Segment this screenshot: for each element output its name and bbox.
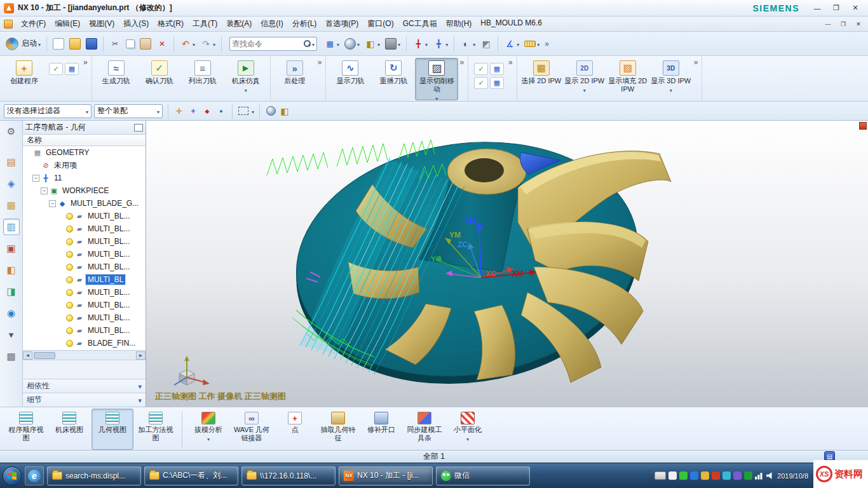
ribbon-button-postprocess[interactable]: 后处理 [273, 58, 316, 86]
tree-expander-icon[interactable] [32, 175, 39, 182]
impeller-model-canvas[interactable]: ZM YM ZC YC XC XM [146, 121, 868, 407]
tree-expander-icon[interactable] [41, 187, 48, 194]
panel-float-button[interactable] [134, 124, 143, 132]
visibility-bulb-icon[interactable] [66, 289, 73, 296]
view-button-facet[interactable]: 小平面化 [447, 409, 489, 450]
save-button[interactable] [84, 36, 99, 51]
visibility-bulb-icon[interactable] [66, 213, 73, 220]
tree-row[interactable]: MULTI_BL... [23, 210, 146, 222]
snap-point-icon[interactable] [173, 105, 185, 117]
new-file-button[interactable] [51, 36, 66, 51]
tray-app-icon-4[interactable] [701, 471, 709, 480]
tree-node-label[interactable]: MULTI_BL... [86, 224, 132, 234]
measure-button[interactable] [502, 36, 521, 51]
taskbar-window-nx[interactable]: NX 10 - 加工 - [ji... [339, 466, 433, 485]
tree-expander-icon[interactable] [49, 200, 56, 207]
copy-button[interactable] [124, 37, 137, 50]
column-header-name[interactable]: 名称 [23, 135, 146, 146]
tree-row[interactable]: MULTI_BL... [23, 261, 146, 273]
tree-node-label[interactable]: MULTI_BL... [86, 211, 132, 221]
small-tool-button[interactable] [474, 77, 488, 89]
tray-date[interactable]: 2019/10/8 [777, 472, 808, 480]
taskbar-window-wechat[interactable]: 微信 [436, 466, 530, 485]
rectangle-select-button[interactable] [238, 105, 249, 117]
tree-horizontal-scrollbar[interactable]: ◄ ► [23, 351, 146, 360]
point-snap-icon[interactable] [187, 105, 199, 117]
menu-item-2[interactable]: 编辑(E) [50, 17, 85, 31]
minimize-button[interactable] [808, 3, 826, 14]
tree-node-label[interactable]: MULTI_BL... [86, 249, 132, 259]
csys-button[interactable] [431, 36, 450, 51]
tree-row[interactable]: MULTI_BL... [23, 311, 146, 324]
visibility-bulb-icon[interactable] [66, 302, 73, 309]
tray-app-icon-2[interactable] [679, 471, 688, 480]
start-menu-button[interactable]: 启动 [4, 36, 43, 52]
menu-item-8[interactable]: 信息(I) [256, 17, 287, 31]
tree-node-label[interactable]: MULTI_BL... [86, 287, 132, 297]
tray-app-icon-8[interactable] [744, 471, 752, 480]
menu-item-9[interactable]: 分析(L) [288, 17, 322, 31]
tray-app-icon-6[interactable] [722, 471, 731, 480]
tree-row[interactable]: BLADE_FIN... [23, 337, 146, 349]
small-tool-button[interactable] [49, 63, 63, 75]
window-layout-button[interactable] [322, 36, 341, 51]
view-cube-button[interactable] [279, 105, 290, 117]
visibility-bulb-icon[interactable] [66, 264, 73, 271]
taskbar-window-folder[interactable]: C:\ABC\一看、刘... [144, 466, 238, 485]
selection-scope-dropdown[interactable]: 整个装配 [94, 104, 163, 118]
shaded-display-button[interactable] [342, 36, 362, 51]
tree-node-label[interactable]: MULTI_BL... [86, 300, 132, 310]
tree-node-label[interactable]: MULTI_BL [86, 274, 125, 285]
tree-row[interactable]: MULTI_BLADE_G... [23, 197, 146, 210]
scroll-left-arrow-icon[interactable]: ◄ [23, 351, 32, 360]
assembly-navigator-icon[interactable]: ▤ [3, 154, 20, 170]
ribbon-button-cut-moves[interactable]: 显示切削移动 [415, 58, 458, 100]
orient-view-button[interactable] [363, 36, 382, 51]
ribbon-button-ipw-select[interactable]: 选择 2D IPW [520, 58, 563, 86]
mdi-close-button[interactable] [851, 19, 865, 29]
tree-node-label[interactable]: WORKPIECE [60, 186, 111, 196]
render-style-button[interactable] [458, 36, 477, 51]
tree-node-label[interactable]: MULTI_BL... [86, 262, 132, 272]
view-button-patch[interactable]: 修补开口 [360, 409, 402, 450]
visibility-bulb-icon[interactable] [66, 238, 73, 245]
view-button-geometry-view[interactable]: 几何视图 [92, 409, 133, 450]
endpoint-snap-icon[interactable] [201, 105, 213, 117]
tree-node-label[interactable]: BLADE_FIN... [86, 338, 137, 348]
ribbon-button-show-path[interactable]: 显示刀轨 [329, 58, 372, 86]
tree-row[interactable]: 11 [23, 172, 146, 184]
operation-navigator-icon[interactable]: ▥ [3, 219, 20, 235]
tree-row[interactable]: MULTI_BL... [23, 299, 146, 311]
scroll-right-arrow-icon[interactable]: ► [136, 351, 146, 360]
palette-icon[interactable]: ▩ [3, 348, 20, 365]
internet-explorer-button[interactable] [25, 466, 44, 485]
tree-row[interactable]: MULTI_BL... [23, 248, 146, 261]
ribbon-group-overflow-button[interactable] [316, 58, 323, 67]
view-button-draft-analysis[interactable]: 拔模分析 [187, 409, 229, 450]
machine-tool-navigator-icon[interactable]: ▣ [3, 240, 20, 257]
tree-row[interactable]: MULTI_BL [23, 273, 146, 286]
tree-row[interactable]: MULTI_BL... [23, 235, 146, 248]
tree-node-label[interactable]: GEOMETRY [44, 147, 91, 158]
close-button[interactable] [846, 3, 864, 14]
small-tool-button[interactable] [65, 63, 79, 75]
measure-distance-button[interactable] [522, 37, 541, 50]
paste-button[interactable] [138, 36, 153, 51]
view-button-program-order[interactable]: 程序顺序视图 [5, 409, 47, 450]
wcs-button[interactable] [410, 36, 430, 51]
reuse-library-icon[interactable]: ◨ [3, 283, 20, 300]
tray-app-icon-1[interactable] [668, 471, 677, 480]
windows-start-button[interactable] [3, 466, 22, 485]
panel-section-dependencies[interactable]: 相依性 [23, 379, 146, 393]
taskbar-window-folder[interactable]: search-ms:displ... [47, 466, 141, 485]
ribbon-button-ipw-3d[interactable]: 显示 3D IPW [649, 58, 693, 92]
taskbar-window-folder[interactable]: \\172.16.0.118\... [241, 466, 336, 485]
tree-row[interactable]: MULTI_BL... [23, 324, 146, 337]
visibility-bulb-icon[interactable] [66, 315, 73, 322]
background-button[interactable] [383, 36, 402, 51]
menu-item-13[interactable]: 帮助(H) [442, 17, 477, 31]
menu-item-7[interactable]: 装配(A) [222, 17, 256, 31]
view-button-sync-model[interactable]: 同步建模工具条 [403, 409, 445, 450]
tree-node-label[interactable]: MULTI_BL... [86, 313, 132, 323]
open-file-button[interactable] [67, 36, 83, 51]
